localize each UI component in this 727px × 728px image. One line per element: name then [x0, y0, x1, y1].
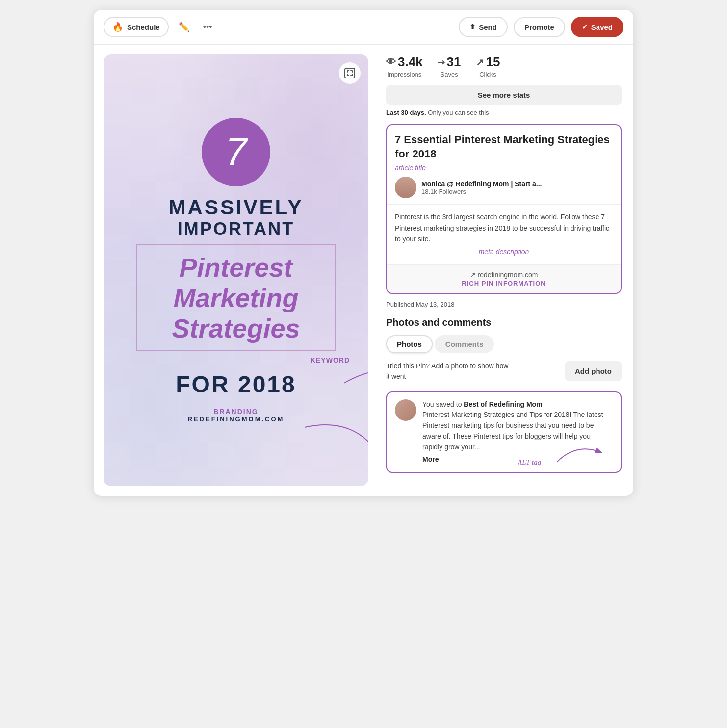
pin-number: 7: [225, 132, 247, 172]
saves-label: Saves: [438, 71, 461, 78]
saves-stat: ↗ 31 Saves: [438, 54, 461, 78]
more-options-button[interactable]: •••: [199, 18, 216, 36]
pin-content: 7 MASSIVELY IMPORTANT Pinterest Marketin…: [104, 98, 368, 442]
rich-pin-url-text: redefiningmom.com: [478, 271, 538, 279]
rich-pin-label: RICH PIN INFORMATION: [462, 280, 545, 287]
send-label: Send: [479, 23, 497, 31]
expand-button[interactable]: [339, 62, 361, 84]
add-photo-row: Tried this Pin? Add a photo to show how …: [386, 361, 622, 382]
main-content: 7 MASSIVELY IMPORTANT Pinterest Marketin…: [94, 45, 633, 496]
clicks-number: 15: [486, 54, 500, 70]
pin-cursive-3: Strategies: [147, 313, 325, 343]
top-bar: 🔥 Schedule ✏️ ••• ⬆ Send Promote ✓ Saved: [94, 10, 633, 45]
send-icon: ⬆: [469, 23, 476, 31]
number-circle: 7: [202, 118, 270, 186]
pin-cursive-2: Marketing: [147, 283, 325, 313]
impressions-value: 👁 3.4k: [386, 54, 423, 70]
saved-card-avatar: [395, 399, 416, 421]
keyword-annotation: KEYWORD: [118, 356, 354, 364]
stats-note-text: Only you can see this: [428, 109, 489, 116]
svg-text:ALT tag: ALT tag: [518, 458, 542, 466]
pin-info-card: 7 Essential Pinterest Marketing Strategi…: [386, 124, 622, 294]
author-info: Monica @ Redefining Mom | Start a... 18.…: [421, 180, 542, 195]
impressions-stat: 👁 3.4k Impressions: [386, 54, 423, 78]
published-date: Published May 13, 2018: [386, 301, 622, 308]
pin-url: REDEFININGMOM.COM: [118, 416, 354, 423]
flame-icon: 🔥: [112, 22, 123, 32]
photos-comments-tabs: Photos Comments: [386, 335, 622, 353]
promote-button[interactable]: Promote: [514, 17, 565, 37]
pin-cursive-block: Pinterest Marketing Strategies: [136, 244, 336, 351]
saved-label: Saved: [591, 23, 613, 31]
pin-info-header: 7 Essential Pinterest Marketing Strategi…: [387, 125, 621, 205]
rich-pin-url: ↗ redefiningmom.com: [470, 271, 538, 279]
stats-row: 👁 3.4k Impressions ↗ 31 Saves ↗ 15: [386, 54, 622, 78]
pencil-icon: ✏️: [179, 22, 189, 32]
clicks-value: ↗ 15: [476, 54, 500, 70]
main-card: 🔥 Schedule ✏️ ••• ⬆ Send Promote ✓ Saved: [94, 10, 633, 496]
schedule-button[interactable]: 🔥 Schedule: [104, 17, 169, 37]
pin-for2018: FOR 2018: [118, 371, 354, 398]
send-button[interactable]: ⬆ Send: [459, 17, 508, 37]
author-avatar: [395, 177, 416, 198]
pin-article-title: 7 Essential Pinterest Marketing Strategi…: [395, 133, 613, 161]
see-more-stats-button[interactable]: See more stats: [386, 85, 622, 105]
pin-branding: BRANDING REDEFININGMOM.COM: [118, 408, 354, 423]
description-text: Pinterest is the 3rd largest search engi…: [395, 213, 609, 243]
saved-button[interactable]: ✓ Saved: [571, 17, 623, 37]
saves-value: ↗ 31: [438, 54, 461, 70]
right-column: 👁 3.4k Impressions ↗ 31 Saves ↗ 15: [378, 45, 633, 496]
tab-comments[interactable]: Comments: [435, 335, 494, 353]
tab-photos[interactable]: Photos: [386, 335, 433, 353]
clicks-stat: ↗ 15 Clicks: [476, 54, 500, 78]
clicks-icon: ↗: [476, 56, 484, 68]
ellipsis-icon: •••: [203, 22, 212, 32]
stats-note-bold: Last 30 days.: [386, 109, 426, 116]
pin-description: Pinterest is the 3rd largest search engi…: [387, 205, 621, 265]
rich-pin-section: ↗ redefiningmom.com RICH PIN INFORMATION: [387, 265, 621, 293]
pin-cursive-1: Pinterest: [147, 252, 325, 283]
add-photo-text: Tried this Pin? Add a photo to show how …: [386, 361, 514, 382]
saved-intro: You saved to: [422, 400, 464, 408]
author-name: Monica @ Redefining Mom | Start a...: [421, 180, 542, 188]
check-icon: ✓: [582, 23, 588, 31]
pin-title-massively: MASSIVELY: [118, 196, 354, 219]
clicks-label: Clicks: [476, 71, 500, 78]
pin-branding-text: BRANDING: [118, 408, 354, 416]
add-photo-button[interactable]: Add photo: [565, 361, 622, 381]
link-icon: ↗: [470, 271, 476, 279]
impressions-label: Impressions: [386, 71, 423, 78]
author-face: [395, 177, 416, 198]
author-row: Monica @ Redefining Mom | Start a... 18.…: [395, 177, 613, 198]
saves-icon: ↗: [435, 55, 447, 68]
saves-number: 31: [447, 54, 461, 70]
saved-board-name: Best of Redefining Mom: [464, 400, 542, 408]
promote-label: Promote: [524, 23, 554, 31]
schedule-label: Schedule: [127, 23, 160, 31]
edit-button[interactable]: ✏️: [175, 18, 193, 36]
stats-note: Last 30 days. Only you can see this: [386, 109, 622, 116]
alt-tag-arrow-svg: ALT tag: [518, 438, 606, 467]
photos-comments-title: Photos and comments: [386, 317, 622, 328]
svg-rect-0: [345, 68, 355, 78]
article-title-annotation: article title: [395, 164, 613, 172]
pin-title-important: IMPORTANT: [118, 219, 354, 239]
pin-image-column: 7 MASSIVELY IMPORTANT Pinterest Marketin…: [94, 45, 378, 496]
pin-image-wrapper: 7 MASSIVELY IMPORTANT Pinterest Marketin…: [104, 54, 368, 486]
impressions-number: 3.4k: [398, 54, 423, 70]
eye-icon: 👁: [386, 56, 396, 68]
author-followers: 18.1k Followers: [421, 188, 542, 195]
saved-activity-card: You saved to Best of Redefining Mom Pint…: [386, 391, 622, 473]
meta-description-annotation: meta description: [395, 246, 613, 257]
